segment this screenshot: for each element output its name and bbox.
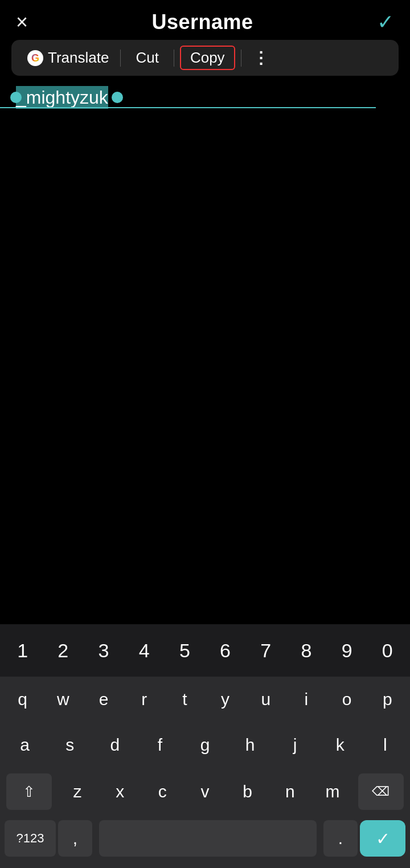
backspace-key[interactable]: ⌫ <box>358 773 404 810</box>
number-row: 1 2 3 4 5 6 7 8 9 0 <box>0 624 410 677</box>
key-t[interactable]: t <box>167 682 202 716</box>
bottom-row: ?123 , . ✓ <box>0 816 410 868</box>
close-button[interactable]: × <box>16 12 28 32</box>
key-e[interactable]: e <box>87 682 121 716</box>
key-x[interactable]: x <box>103 775 137 809</box>
key-k[interactable]: k <box>323 728 357 762</box>
key-4[interactable]: 4 <box>126 633 162 668</box>
key-p[interactable]: p <box>370 682 404 716</box>
menu-divider-2 <box>174 50 174 67</box>
enter-checkmark-icon: ✓ <box>376 829 390 849</box>
key-3[interactable]: 3 <box>85 633 122 668</box>
key-s[interactable]: s <box>53 728 87 762</box>
translate-label: Translate <box>48 49 109 67</box>
header: × Username ✓ <box>0 0 410 40</box>
period-label: . <box>338 829 343 848</box>
shift-key[interactable]: ⇧ <box>6 773 52 810</box>
space-key[interactable] <box>99 820 317 857</box>
cut-button[interactable]: Cut <box>126 47 167 69</box>
text-underline <box>0 107 376 108</box>
key-h[interactable]: h <box>233 728 267 762</box>
qwerty-row: q w e r t y u i o p <box>0 677 410 722</box>
key-i[interactable]: i <box>289 682 323 716</box>
enter-key[interactable]: ✓ <box>360 820 405 857</box>
key-u[interactable]: u <box>249 682 283 716</box>
key-7[interactable]: 7 <box>248 633 284 668</box>
google-icon: G <box>27 50 43 66</box>
context-menu-bar: G Translate Cut Copy ⋮ <box>11 40 399 76</box>
more-options-button[interactable]: ⋮ <box>247 46 275 69</box>
zxcv-row: ⇧ z x c v b n m ⌫ <box>0 768 410 816</box>
key-d[interactable]: d <box>98 728 132 762</box>
copy-button[interactable]: Copy <box>180 46 235 70</box>
key-b[interactable]: b <box>231 775 265 809</box>
key-9[interactable]: 9 <box>329 633 365 668</box>
num-switch-label: ?123 <box>17 831 44 846</box>
key-c[interactable]: c <box>145 775 179 809</box>
selection-handle-right[interactable] <box>112 92 123 103</box>
translate-button[interactable]: G Translate <box>22 47 114 69</box>
key-a[interactable]: a <box>8 728 42 762</box>
period-key[interactable]: . <box>323 820 358 857</box>
menu-divider-3 <box>241 50 241 67</box>
key-z[interactable]: z <box>60 775 95 809</box>
comma-key[interactable]: , <box>58 820 92 857</box>
key-q[interactable]: q <box>6 682 40 716</box>
shift-icon: ⇧ <box>23 783 35 801</box>
asdf-row: a s d f g h j k l <box>0 722 410 768</box>
num-switch-key[interactable]: ?123 <box>5 820 56 857</box>
key-y[interactable]: y <box>208 682 243 716</box>
key-v[interactable]: v <box>188 775 222 809</box>
comma-label: , <box>73 829 77 848</box>
backspace-icon: ⌫ <box>372 784 390 799</box>
key-g[interactable]: g <box>188 728 222 762</box>
key-2[interactable]: 2 <box>45 633 81 668</box>
menu-divider <box>120 50 121 67</box>
text-input-area[interactable]: _mightyzuk <box>0 76 410 108</box>
key-0[interactable]: 0 <box>369 633 405 668</box>
key-n[interactable]: n <box>273 775 307 809</box>
key-m[interactable]: m <box>315 775 350 809</box>
selected-text: _mightyzuk <box>16 86 108 109</box>
key-f[interactable]: f <box>143 728 177 762</box>
confirm-button[interactable]: ✓ <box>377 12 394 32</box>
empty-area <box>0 108 410 524</box>
key-r[interactable]: r <box>127 682 161 716</box>
page-title: Username <box>151 10 253 34</box>
key-8[interactable]: 8 <box>288 633 325 668</box>
key-w[interactable]: w <box>46 682 80 716</box>
selection-handle-left[interactable] <box>10 92 22 103</box>
keyboard: 1 2 3 4 5 6 7 8 9 0 q w e r t y u i o p … <box>0 624 410 868</box>
key-5[interactable]: 5 <box>166 633 203 668</box>
text-selected-content: _mightyzuk <box>16 87 108 108</box>
key-j[interactable]: j <box>278 728 312 762</box>
key-6[interactable]: 6 <box>207 633 244 668</box>
key-1[interactable]: 1 <box>5 633 41 668</box>
key-l[interactable]: l <box>368 728 402 762</box>
key-o[interactable]: o <box>330 682 364 716</box>
